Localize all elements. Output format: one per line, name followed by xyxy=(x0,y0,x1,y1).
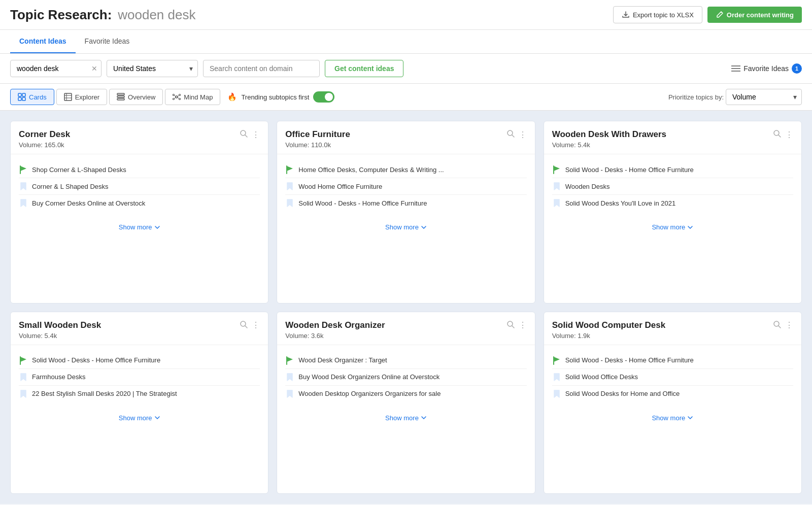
card-result-item: Wood Home Office Furniture xyxy=(285,178,526,195)
svg-line-40 xyxy=(512,326,514,328)
chevron-down-icon xyxy=(687,224,693,230)
country-wrapper: United States United Kingdom Canada Aust… xyxy=(107,60,198,77)
show-more-button[interactable]: Show more xyxy=(544,218,801,238)
card-body: Home Office Desks, Computer Desks & Writ… xyxy=(277,154,534,218)
result-text: Buy Corner Desks Online at Overstock xyxy=(32,199,145,207)
card-search-icon[interactable] xyxy=(773,320,781,330)
show-more-button[interactable]: Show more xyxy=(277,218,534,238)
svg-rect-6 xyxy=(22,97,25,100)
blue-bookmark-icon xyxy=(285,373,294,382)
green-flag-icon xyxy=(285,165,294,174)
blue-bookmark-icon xyxy=(19,373,28,382)
show-more-button[interactable]: Show more xyxy=(11,218,268,238)
card-result-item: Solid Wood Desks You'll Love in 2021 xyxy=(552,195,793,211)
card-more-icon[interactable]: ⋮ xyxy=(785,320,793,330)
controls-bar: ✕ United States United Kingdom Canada Au… xyxy=(0,54,812,84)
svg-line-21 xyxy=(175,97,176,98)
card-search-icon[interactable] xyxy=(240,129,248,140)
title-light: wooden desk xyxy=(118,7,195,22)
order-button[interactable]: Order content writing xyxy=(707,7,802,23)
show-more-button[interactable]: Show more xyxy=(11,409,268,429)
card-result-item: Solid Wood - Desks - Home Office Furnitu… xyxy=(552,161,793,178)
get-ideas-button[interactable]: Get content ideas xyxy=(325,60,403,77)
title-bold: Topic Research: xyxy=(10,7,112,22)
card-title: Solid Wood Computer Desk xyxy=(552,320,666,330)
show-more-button[interactable]: Show more xyxy=(544,409,801,429)
card-result-item: 22 Best Stylish Small Desks 2020 | The S… xyxy=(19,386,260,402)
view-cards-button[interactable]: Cards xyxy=(10,89,54,105)
result-text: Wood Home Office Furniture xyxy=(298,183,382,190)
card-volume: Volume: 3.6k xyxy=(285,332,385,340)
card-more-icon[interactable]: ⋮ xyxy=(252,320,260,330)
domain-search-input[interactable] xyxy=(203,60,320,77)
result-text: 22 Best Stylish Small Desks 2020 | The S… xyxy=(32,390,177,397)
view-overview-button[interactable]: Overview xyxy=(109,89,163,105)
svg-marker-45 xyxy=(554,357,560,362)
green-flag-icon xyxy=(552,165,561,174)
result-text: Solid Wood Desks You'll Love in 2021 xyxy=(565,199,676,207)
result-text: Buy Wood Desk Organizers Online at Overs… xyxy=(298,373,439,381)
tab-favorite-ideas[interactable]: Favorite Ideas xyxy=(76,30,139,53)
trending-label: Trending subtopics first xyxy=(241,93,309,101)
country-select[interactable]: United States United Kingdom Canada Aust… xyxy=(107,60,198,77)
card-result-item: Farmhouse Desks xyxy=(19,369,260,386)
view-mindmap-button[interactable]: Mind Map xyxy=(165,89,220,105)
table-icon xyxy=(64,93,72,101)
show-more-button[interactable]: Show more xyxy=(277,409,534,429)
card-volume: Volume: 5.4k xyxy=(552,141,666,149)
card-title: Wooden Desk Organizer xyxy=(285,320,385,330)
card-more-icon[interactable]: ⋮ xyxy=(519,130,527,140)
svg-rect-13 xyxy=(117,98,124,100)
blue-bookmark-icon xyxy=(285,198,294,208)
chevron-down-icon xyxy=(421,415,427,421)
chevron-down-icon xyxy=(421,224,427,230)
card-search-icon[interactable] xyxy=(506,320,515,330)
edit-icon xyxy=(716,11,724,19)
card-search-icon[interactable] xyxy=(773,129,781,140)
svg-line-19 xyxy=(175,95,176,96)
result-text: Wood Desk Organizer : Target xyxy=(298,356,387,364)
card-more-icon[interactable]: ⋮ xyxy=(252,130,260,140)
card-result-item: Solid Wood Office Desks xyxy=(552,369,793,386)
svg-point-15 xyxy=(173,94,175,96)
card-more-icon[interactable]: ⋮ xyxy=(785,130,793,140)
tab-content-ideas[interactable]: Content Ideas xyxy=(10,30,76,53)
keyword-input[interactable] xyxy=(10,60,101,77)
cards-icon xyxy=(18,93,26,101)
chevron-down-icon xyxy=(687,415,693,421)
card-result-item: Wooden Desks xyxy=(552,178,793,195)
prioritize-select[interactable]: Volume Efficiency Topic Efficiency xyxy=(726,89,802,105)
tabs-bar: Content Ideas Favorite Ideas xyxy=(0,30,812,54)
trending-toggle-switch[interactable] xyxy=(313,91,334,103)
card-search-icon[interactable] xyxy=(240,320,248,330)
chevron-down-icon xyxy=(154,415,160,421)
card-header: Wooden Desk OrganizerVolume: 3.6k ⋮ xyxy=(277,312,534,345)
card-header: Wooden Desk With DrawersVolume: 5.4k ⋮ xyxy=(544,121,801,154)
card-result-item: Solid Wood - Desks - Home Office Furnitu… xyxy=(552,352,793,369)
blue-bookmark-icon xyxy=(552,182,561,191)
result-text: Home Office Desks, Computer Desks & Writ… xyxy=(298,166,444,174)
card-wooden-desk-drawers: Wooden Desk With DrawersVolume: 5.4k ⋮ S… xyxy=(544,121,802,304)
view-explorer-button[interactable]: Explorer xyxy=(56,89,107,105)
card-search-icon[interactable] xyxy=(506,129,515,140)
top-actions: Export topic to XLSX Order content writi… xyxy=(613,6,802,23)
card-actions: ⋮ xyxy=(773,129,793,140)
overview-icon xyxy=(117,93,125,101)
card-title: Small Wooden Desk xyxy=(19,320,101,330)
clear-keyword-icon[interactable]: ✕ xyxy=(91,64,97,73)
export-button[interactable]: Export topic to XLSX xyxy=(613,6,702,23)
blue-bookmark-icon xyxy=(552,198,561,208)
card-actions: ⋮ xyxy=(240,129,260,140)
card-more-icon[interactable]: ⋮ xyxy=(519,320,527,330)
favorite-ideas-button[interactable]: Favorite Ideas 1 xyxy=(731,63,802,74)
prioritize-select-wrapper: Volume Efficiency Topic Efficiency ▾ xyxy=(726,89,802,105)
card-result-item: Wooden Desktop Organizers Organizers for… xyxy=(285,386,526,402)
card-result-item: Wood Desk Organizer : Target xyxy=(285,352,526,369)
blue-bookmark-icon xyxy=(285,182,294,191)
card-result-item: Corner & L Shaped Desks xyxy=(19,178,260,195)
green-flag-icon xyxy=(19,356,28,365)
blue-bookmark-icon xyxy=(552,389,561,398)
card-actions: ⋮ xyxy=(506,129,527,140)
card-volume: Volume: 5.4k xyxy=(19,332,101,340)
svg-line-36 xyxy=(245,326,247,328)
